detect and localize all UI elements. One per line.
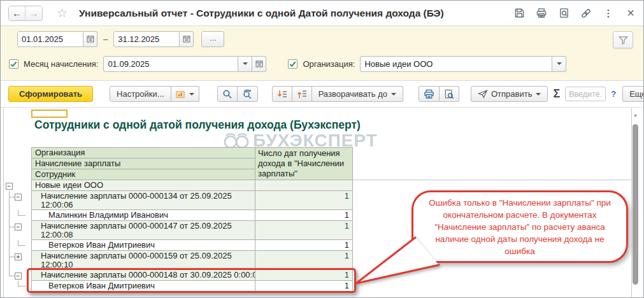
header-cell[interactable]: Сотрудник xyxy=(32,169,255,180)
tree-gutter-cell: + xyxy=(4,251,31,270)
month-filter-checkbox[interactable] xyxy=(9,59,18,69)
row-label-cell[interactable]: Начисление зарплаты 0000-000159 от 25.09… xyxy=(31,251,255,270)
search-group xyxy=(217,86,258,102)
report-table: Организация Начисление зарплаты Сотрудни… xyxy=(4,147,353,292)
organization-filter-checkbox[interactable] xyxy=(288,59,297,69)
collapse-group-button[interactable]: − xyxy=(15,194,22,201)
expand-to-button[interactable]: Разворачивать до xyxy=(312,86,403,102)
header-cell[interactable]: Организация xyxy=(32,148,255,159)
row-label-cell[interactable]: Малинкин Владимир Иванович xyxy=(31,210,255,221)
calendar-icon[interactable] xyxy=(180,31,194,47)
more-actions-button[interactable]: Еще xyxy=(622,86,644,102)
print-preview-icon[interactable] xyxy=(557,7,570,20)
tree-gutter-cell xyxy=(4,240,31,251)
scroll-up-icon[interactable]: ▲ xyxy=(631,109,640,118)
search-next-icon xyxy=(242,89,253,99)
tree-gutter-cell: − xyxy=(4,191,31,210)
table-row[interactable]: Малинкин Владимир Иванович1 xyxy=(4,210,353,221)
chevron-down-icon[interactable] xyxy=(552,56,566,72)
preview-report-button[interactable] xyxy=(440,86,459,102)
table-row[interactable]: Ветерков Иван Дмитриевич1 xyxy=(4,240,353,251)
report-title: Сотрудники с одной датой получения доход… xyxy=(34,118,361,132)
row-value-cell[interactable]: 1 xyxy=(255,270,353,281)
table-row[interactable]: −Начисление зарплаты 0000-000147 от 25.0… xyxy=(4,221,353,240)
organization-filter-input[interactable] xyxy=(360,56,552,72)
period-more-button[interactable]: ... xyxy=(201,31,224,47)
period-from-input[interactable] xyxy=(17,31,83,47)
back-button[interactable]: ← xyxy=(9,6,25,20)
month-filter-input[interactable] xyxy=(103,56,238,72)
save-icon[interactable] xyxy=(513,7,526,20)
send-icon xyxy=(478,89,488,99)
help-icon[interactable]: ? xyxy=(611,89,616,99)
favorite-star-icon[interactable]: ☆ xyxy=(57,7,68,19)
settings-button[interactable]: Настройки... xyxy=(110,86,171,102)
send-button[interactable]: Отправить xyxy=(471,86,548,102)
link-icon[interactable] xyxy=(580,7,592,20)
row-value-cell[interactable]: 1 xyxy=(255,240,353,251)
table-row[interactable]: −Начисление зарплаты 0000-000134 от 25.0… xyxy=(4,191,353,210)
row-label-cell[interactable]: Новые идеи ООО xyxy=(31,180,255,191)
expand-group-button[interactable]: + xyxy=(15,253,22,260)
row-value-cell[interactable] xyxy=(255,180,353,191)
filter-settings-button[interactable] xyxy=(613,31,633,48)
period-row: – ... xyxy=(9,31,643,47)
scrollbar-thumb[interactable] xyxy=(633,124,638,285)
organization-filter-label: Организация: xyxy=(303,59,355,69)
tree-line xyxy=(18,281,25,287)
chevron-down-icon[interactable] xyxy=(238,56,252,72)
forward-button[interactable]: → xyxy=(25,6,42,20)
table-row[interactable]: −Новые идеи ООО xyxy=(4,180,353,191)
header-grouping-column: Организация Начисление зарплаты Сотрудни… xyxy=(31,147,255,180)
organization-filter-field xyxy=(360,56,566,72)
period-to-input[interactable] xyxy=(113,31,180,47)
search-next-button[interactable] xyxy=(238,86,258,102)
calendar-icon[interactable] xyxy=(83,31,97,47)
generate-button[interactable]: Сформировать xyxy=(8,86,93,102)
forward-icon: → xyxy=(29,8,39,18)
header-cell[interactable]: Начисление зарплаты xyxy=(32,159,255,169)
month-filter-label: Месяц начисления: xyxy=(24,59,98,69)
calendar-icon[interactable] xyxy=(252,56,266,72)
quick-sum-input[interactable] xyxy=(565,87,606,101)
table-row[interactable]: Ветерков Иван Дмитриевич1 xyxy=(4,281,353,292)
expand-groups-button[interactable] xyxy=(292,86,312,102)
row-label-cell[interactable]: Начисление зарплаты 0000-000134 от 25.09… xyxy=(31,191,255,210)
tree-gutter-cell: − xyxy=(4,180,31,191)
collapse-groups-button[interactable] xyxy=(272,86,292,102)
tree-gutter-cell xyxy=(4,210,31,221)
send-label: Отправить xyxy=(491,89,532,99)
settings-group: Настройки... xyxy=(110,86,199,102)
back-icon: ← xyxy=(12,8,22,18)
row-label-cell[interactable]: Ветерков Иван Дмитриевич xyxy=(31,281,255,292)
header-value-column[interactable]: Число дат получения дохода в "Начислении… xyxy=(255,147,353,180)
table-row[interactable]: +Начисление зарплаты 0000-000159 от 25.0… xyxy=(4,251,353,270)
selected-cell[interactable] xyxy=(31,110,68,118)
collapse-group-button[interactable]: − xyxy=(15,223,22,231)
search-button[interactable] xyxy=(217,86,238,102)
filter-panel: – ... Месяц начисления: xyxy=(1,26,643,81)
row-label-cell[interactable]: Начисление зарплаты 0000-000147 от 25.09… xyxy=(31,221,255,240)
collapse-group-button[interactable]: − xyxy=(6,183,13,190)
print-icon[interactable] xyxy=(535,7,548,20)
print-report-button[interactable] xyxy=(419,86,440,102)
more-vertical-icon[interactable]: ⋮ xyxy=(602,7,615,20)
row-value-cell[interactable]: 1 xyxy=(255,281,353,292)
row-label-cell[interactable]: Ветерков Иван Дмитриевич xyxy=(31,240,255,251)
tree-line xyxy=(9,240,10,251)
collapse-group-button[interactable]: − xyxy=(15,273,22,280)
row-label-cell[interactable]: Начисление зарплаты 0000-000148 от 30.09… xyxy=(31,270,255,281)
row-value-cell[interactable]: 1 xyxy=(255,210,353,221)
sum-sigma-icon[interactable]: Σ xyxy=(553,87,560,101)
close-icon[interactable]: × xyxy=(624,7,637,20)
report-table-body: −Новые идеи ООО−Начисление зарплаты 0000… xyxy=(4,180,353,292)
row-value-cell[interactable]: 1 xyxy=(255,191,353,210)
row-value-cell[interactable]: 1 xyxy=(255,251,353,270)
tree-line xyxy=(18,240,25,246)
callout-bubble: Ошибка только в "Начислении зарплаты" пр… xyxy=(411,190,628,263)
vertical-scrollbar[interactable]: ▲ xyxy=(631,109,640,297)
row-value-cell[interactable]: 1 xyxy=(255,221,353,240)
report-area: Сотрудники с одной датой получения доход… xyxy=(1,108,643,298)
table-row[interactable]: −Начисление зарплаты 0000-000148 от 30.0… xyxy=(4,270,353,281)
report-variants-button[interactable] xyxy=(171,86,199,102)
